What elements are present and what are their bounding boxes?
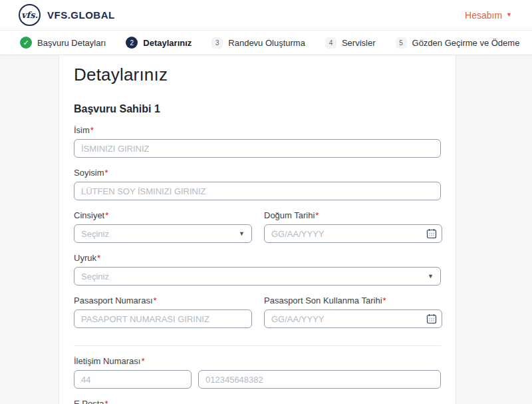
label-text: E Posta [74,399,104,404]
phone-number-input[interactable] [198,370,441,389]
dob-input[interactable] [264,224,442,243]
field-gender: Cinsiyet* Seçiniz ▼ [74,210,252,243]
required-marker: * [105,168,108,178]
required-marker: * [90,125,94,135]
first-name-input[interactable] [74,139,441,158]
contact-number-label: İletişim Numarası* [74,356,441,366]
required-marker: * [141,356,144,366]
required-marker: * [105,210,108,220]
passport-number-input[interactable] [74,309,252,328]
row-gender-dob: Cinsiyet* Seçiniz ▼ Doğum Tarihi* [74,210,441,243]
field-passport-number: Pasasport Numarası* [74,296,252,328]
gender-select[interactable]: Seçiniz ▼ [74,224,252,243]
step-number-badge: 5 [396,37,407,49]
step-label: Detaylarınız [143,38,192,48]
account-menu-label: Hesabım [465,10,502,21]
dob-label: Doğum Tarihi* [264,210,442,220]
required-marker: * [97,253,100,263]
step-number-badge: 2 [126,37,138,49]
email-label: E Posta* [74,399,441,404]
step-label: Başvuru Detayları [37,38,106,48]
calendar-icon[interactable] [426,313,437,324]
chevron-down-icon: ▼ [239,230,245,237]
nationality-select[interactable]: Seçiniz ▼ [74,267,441,286]
passport-expiry-input[interactable] [264,309,442,328]
step-basvuru-detaylari[interactable]: ✓ Başvuru Detayları [20,37,106,49]
step-detaylariniz[interactable]: 2 Detaylarınız [126,37,192,49]
step-label: Gözden Geçirme ve Ödeme [412,38,520,48]
label-text: İletişim Numarası [74,356,140,366]
stepper-nav: ✓ Başvuru Detayları 2 Detaylarınız 3 Ran… [0,31,532,55]
label-text: İsim [74,125,90,135]
field-first-name: İsim* [74,125,441,158]
step-gozden-gecirme-ve-odeme[interactable]: 5 Gözden Geçirme ve Ödeme [396,37,520,49]
nationality-label: Uyruk* [74,253,441,263]
chevron-down-icon: ▼ [428,273,434,280]
passport-number-label: Pasasport Numarası* [74,296,252,305]
page-title: Detaylarınız [74,65,441,85]
field-last-name: Soyisim* [74,168,441,200]
nationality-select-value: Seçiniz [81,272,109,282]
first-name-label: İsim* [74,125,441,135]
app-header: vfs. VFS.GLOBAL Hesabım ▼ [0,0,532,31]
row-passport: Pasasport Numarası* Pasasport Son Kullan… [74,296,441,328]
account-menu-button[interactable]: Hesabım ▼ [465,10,512,21]
step-label: Randevu Oluşturma [228,38,305,48]
country-code-input[interactable] [74,370,192,389]
label-text: Uyruk [74,253,96,263]
gender-select-value: Seçiniz [81,229,109,239]
passport-expiry-input-wrap [264,309,442,328]
label-text: Doğum Tarihi [264,210,315,220]
required-marker: * [105,399,108,404]
step-label: Servisler [342,38,376,48]
label-text: Pasasport Son Kullanma Tarihi [264,296,382,305]
step-servisler[interactable]: 4 Servisler [325,37,376,49]
section-divider [74,345,441,346]
field-nationality: Uyruk* Seçiniz ▼ [74,253,441,286]
field-contact-number: İletişim Numarası* [74,356,441,389]
vfs-logo-text: vfs. [21,10,38,20]
page-body: Detaylarınız Başvuru Sahibi 1 İsim* Soyi… [0,55,532,404]
calendar-icon[interactable] [426,228,437,239]
field-passport-expiry: Pasasport Son Kullanma Tarihi* [264,296,442,328]
passport-expiry-label: Pasasport Son Kullanma Tarihi* [264,296,442,305]
check-icon: ✓ [20,37,32,49]
gender-label: Cinsiyet* [74,210,252,220]
last-name-label: Soyisim* [74,168,441,178]
phone-row [74,370,441,389]
label-text: Cinsiyet [74,210,104,220]
brand-name: VFS.GLOBAL [47,9,115,21]
field-email: E Posta* [74,399,441,404]
brand-logo: vfs. VFS.GLOBAL [19,4,115,26]
last-name-input[interactable] [74,182,441,200]
vfs-logo-icon: vfs. [19,4,41,26]
step-randevu-olusturma[interactable]: 3 Randevu Oluşturma [211,37,305,49]
label-text: Soyisim [74,168,104,178]
step-number-badge: 4 [325,37,336,49]
content-column: Detaylarınız Başvuru Sahibi 1 İsim* Soyi… [59,55,456,404]
required-marker: * [154,296,157,305]
field-dob: Doğum Tarihi* [264,210,442,243]
label-text: Pasasport Numarası [74,296,153,305]
required-marker: * [315,210,319,220]
chevron-down-icon: ▼ [506,12,512,18]
applicant-heading: Başvuru Sahibi 1 [74,103,441,115]
step-number-badge: 3 [211,37,223,49]
required-marker: * [383,296,386,305]
dob-input-wrap [264,224,442,243]
